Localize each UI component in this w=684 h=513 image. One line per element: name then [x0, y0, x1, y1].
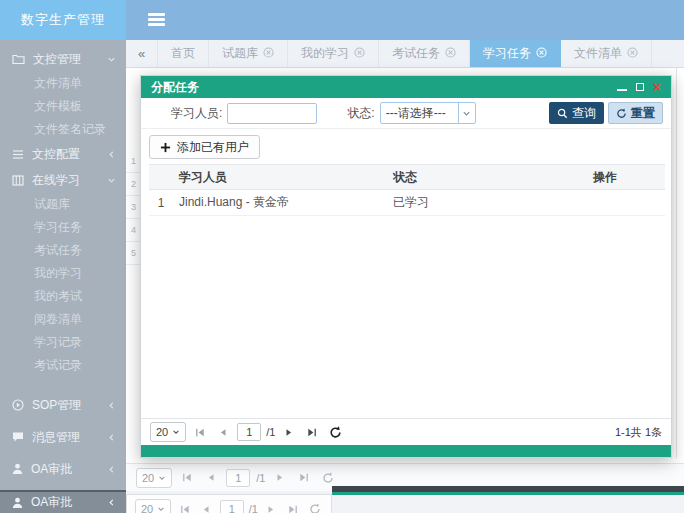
refresh-icon[interactable]: [326, 424, 344, 440]
page-number-input[interactable]: [220, 500, 244, 513]
tab-learning-task[interactable]: 学习任务: [470, 40, 561, 67]
chevron-left-icon: [107, 401, 116, 410]
dialog-bottom-bar: [141, 445, 671, 457]
sidebar-item-sop[interactable]: SOP管理: [0, 389, 126, 421]
person-filter-input[interactable]: [227, 103, 317, 124]
minimize-icon[interactable]: [617, 83, 627, 91]
app-title: 数字生产管理: [0, 0, 126, 40]
page-size-select[interactable]: 20: [136, 468, 172, 488]
query-button[interactable]: 查询: [549, 102, 604, 124]
chevron-down-icon: [172, 428, 180, 436]
sidebar-item-learning-record[interactable]: 学习记录: [0, 331, 126, 354]
dialog-title: 分配任务: [151, 79, 199, 96]
page-number-input[interactable]: [226, 469, 250, 487]
prev-page-button[interactable]: [214, 424, 232, 440]
person-filter-label: 学习人员:: [171, 105, 222, 122]
last-page-button[interactable]: [285, 501, 302, 513]
sidebar-item-my-learning[interactable]: 我的学习: [0, 262, 126, 285]
total-pages-label: /1: [249, 503, 258, 513]
header-index: [149, 165, 173, 190]
sidebar-item-file-template[interactable]: 文件模板: [0, 95, 126, 118]
assign-task-table: 学习人员 状态 操作 1 Jindi.Huang - 黄金帝 已学习: [149, 164, 665, 216]
plus-icon: [160, 142, 171, 153]
status-filter-select[interactable]: ---请选择---: [380, 102, 476, 124]
sidebar-item-learning-task[interactable]: 学习任务: [0, 216, 126, 239]
refresh-icon: [616, 108, 627, 119]
first-page-button[interactable]: [176, 501, 193, 513]
sidebar-item-message[interactable]: 消息管理: [0, 421, 126, 453]
sidebar-item-doc-control[interactable]: 文控管理: [0, 46, 126, 72]
sidebar-item-exam-task[interactable]: 考试任务: [0, 239, 126, 262]
user-icon: [12, 463, 23, 475]
sidebar: 文控管理 文件清单 文件模板 文件签名记录 文控配置 在线学习 试题库 学习任务…: [0, 40, 126, 513]
refresh-icon[interactable]: [306, 501, 323, 513]
close-icon[interactable]: [627, 47, 638, 61]
tab-home[interactable]: 首页: [158, 40, 209, 67]
total-pages-label: /1: [266, 426, 275, 438]
tab-exam-task[interactable]: 考试任务: [379, 40, 470, 67]
table-header-row: 学习人员 状态 操作: [149, 165, 665, 190]
clipped-green-strip: [332, 492, 684, 495]
close-icon[interactable]: [536, 47, 547, 61]
page-size-select[interactable]: 20: [150, 422, 186, 442]
sidebar-item-marking-list[interactable]: 阅卷清单: [0, 308, 126, 331]
page-number-input[interactable]: [237, 423, 261, 441]
maximize-icon[interactable]: [636, 83, 644, 91]
add-existing-user-button[interactable]: 添加已有用户: [149, 135, 260, 159]
comment-icon: [12, 431, 24, 443]
next-page-button[interactable]: [271, 470, 289, 486]
header-status: 状态: [387, 165, 587, 190]
sidebar-item-question-bank[interactable]: 试题库: [0, 193, 126, 216]
sidebar-item-oa-approval-bottom[interactable]: OA审批: [0, 490, 126, 513]
first-page-button[interactable]: [178, 470, 196, 486]
top-header: 数字生产管理: [0, 0, 684, 40]
chevron-left-icon: [107, 150, 116, 159]
sidebar-item-file-list[interactable]: 文件清单: [0, 72, 126, 95]
underlying-divider: [676, 68, 677, 458]
app-window: 数字生产管理 文控管理 文件清单 文件模板 文件签名记录 文控配置 在线学习 试…: [0, 0, 684, 513]
page-size-select[interactable]: 20: [135, 499, 171, 513]
filter-row: 学习人员: 状态: ---请选择--- 查询 重置: [141, 98, 671, 129]
row-person: Jindi.Huang - 黄金帝: [173, 190, 387, 216]
close-icon[interactable]: [354, 47, 365, 61]
list-icon: [12, 149, 24, 160]
sidebar-item-exam-record[interactable]: 考试记录: [0, 354, 126, 377]
prev-page-button[interactable]: [202, 470, 220, 486]
status-filter-label: 状态:: [347, 105, 374, 122]
last-page-button[interactable]: [295, 470, 313, 486]
menu-icon[interactable]: [148, 13, 165, 27]
refresh-icon[interactable]: [319, 470, 337, 486]
row-status: 已学习: [387, 190, 587, 216]
close-icon[interactable]: [263, 47, 274, 61]
sidebar-item-doc-config[interactable]: 文控配置: [0, 141, 126, 167]
tab-bar: « 首页 试题库 我的学习 考试任务 学习任务 文件清单: [126, 40, 684, 68]
tab-question-bank[interactable]: 试题库: [209, 40, 288, 67]
close-icon[interactable]: [445, 47, 456, 61]
close-icon[interactable]: ×: [653, 80, 661, 94]
chevron-down-icon: [107, 176, 116, 185]
header-person: 学习人员: [173, 165, 387, 190]
next-page-button[interactable]: [263, 501, 280, 513]
underlying-row-numbers: 1 2 3 4 5: [126, 150, 141, 265]
tab-file-list[interactable]: 文件清单: [561, 40, 652, 67]
reset-button[interactable]: 重置: [608, 102, 663, 124]
folder-icon: [12, 53, 25, 65]
tabs-scroll-left-button[interactable]: «: [126, 40, 158, 67]
header-action: 操作: [587, 165, 665, 190]
search-icon: [557, 108, 568, 119]
first-page-button[interactable]: [191, 424, 209, 440]
dialog-pagination-bar: 20 /1 1-1共 1条: [141, 418, 671, 445]
sidebar-item-file-sign-record[interactable]: 文件签名记录: [0, 118, 126, 141]
sidebar-item-online-learning[interactable]: 在线学习: [0, 167, 126, 193]
chevron-left-icon: [107, 465, 116, 474]
chevron-left-icon: [107, 498, 116, 507]
sidebar-item-my-exam[interactable]: 我的考试: [0, 285, 126, 308]
last-page-button[interactable]: [303, 424, 321, 440]
prev-page-button[interactable]: [198, 501, 215, 513]
sidebar-item-oa-approval[interactable]: OA审批: [0, 453, 126, 485]
tab-my-learning[interactable]: 我的学习: [288, 40, 379, 67]
user-icon: [12, 497, 23, 509]
play-circle-icon: [12, 399, 24, 411]
next-page-button[interactable]: [280, 424, 298, 440]
total-pages-label: /1: [256, 472, 265, 484]
